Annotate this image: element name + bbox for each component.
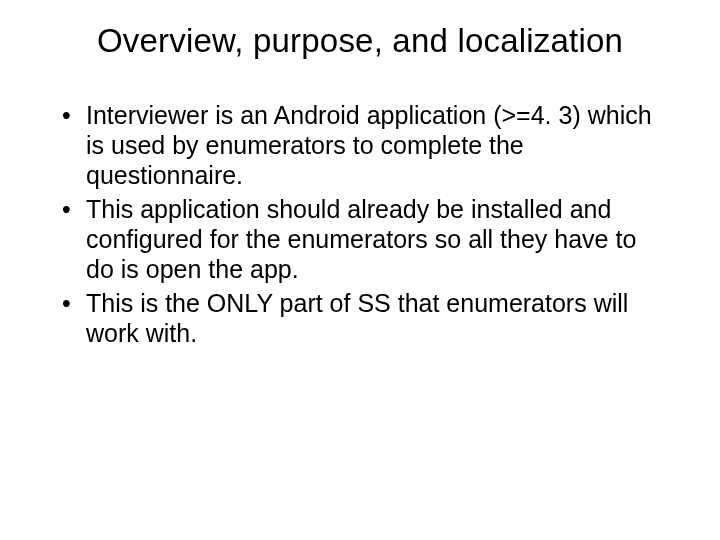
slide-title: Overview, purpose, and localization [58, 22, 662, 60]
bullet-list: Interviewer is an Android application (>… [58, 100, 662, 348]
bullet-item: This application should already be insta… [58, 194, 662, 284]
slide: Overview, purpose, and localization Inte… [0, 0, 720, 540]
slide-body: Interviewer is an Android application (>… [58, 100, 662, 352]
bullet-item: This is the ONLY part of SS that enumera… [58, 288, 662, 348]
bullet-item: Interviewer is an Android application (>… [58, 100, 662, 190]
